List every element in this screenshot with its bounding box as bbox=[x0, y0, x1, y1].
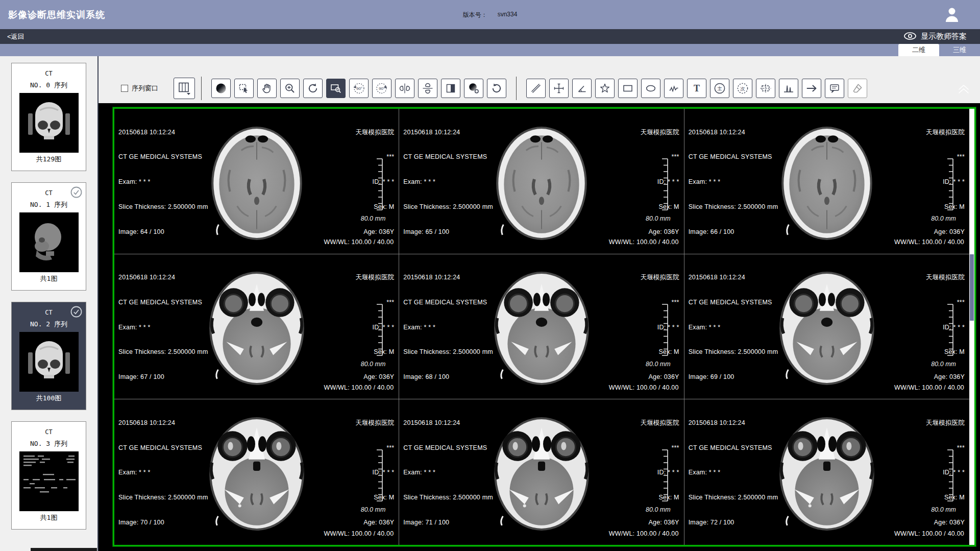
flip-vertical-button[interactable] bbox=[418, 79, 437, 98]
text-annotation-button[interactable]: T bbox=[687, 79, 706, 98]
show-teacher-answer-button[interactable]: 显示教师答案 bbox=[904, 32, 967, 41]
scale-ruler bbox=[946, 449, 954, 504]
viewer-cell-4[interactable]: 20150618 10:12:24 CT GE MEDICAL SYSTEMS … bbox=[399, 254, 684, 400]
exam-label: Exam: * * * bbox=[118, 468, 208, 476]
user-avatar-icon[interactable] bbox=[943, 6, 961, 26]
viewer-scrollbar[interactable] bbox=[969, 109, 974, 545]
app-title: 影像诊断思维实训系统 bbox=[8, 9, 105, 21]
cell-info-top-left: 20150618 10:12:24 CT GE MEDICAL SYSTEMS … bbox=[689, 402, 778, 543]
cell-info-top-left: 20150618 10:12:24 CT GE MEDICAL SYSTEMS … bbox=[118, 111, 208, 252]
roi-box-button[interactable] bbox=[756, 79, 775, 98]
roi-crosshair-icon bbox=[759, 82, 772, 95]
patient-sex-label: Sex: M bbox=[640, 348, 679, 356]
study-datetime: 20150618 10:12:24 bbox=[403, 273, 493, 281]
patient-age-label: Age: 036Y bbox=[926, 518, 965, 526]
hospital-name: 天堰模拟医院 bbox=[926, 128, 965, 136]
patient-age-label: Age: 036Y bbox=[355, 228, 394, 236]
ellipse-annotation-button[interactable] bbox=[641, 79, 660, 98]
viewer-cell-3[interactable]: 20150618 10:12:24 CT GE MEDICAL SYSTEMS … bbox=[114, 254, 399, 400]
rotate-left-90-button[interactable]: 90° bbox=[349, 79, 369, 98]
curve-annotation-button[interactable] bbox=[664, 79, 683, 98]
crosshair-button[interactable] bbox=[549, 79, 569, 98]
histogram-button[interactable] bbox=[779, 79, 798, 98]
arrow-annotation-button[interactable] bbox=[802, 79, 821, 98]
back-button[interactable]: <返回 bbox=[7, 32, 24, 41]
viewer-cell-8[interactable]: 20150618 10:12:24 CT GE MEDICAL SYSTEMS … bbox=[684, 399, 969, 545]
flip-horizontal-button[interactable] bbox=[395, 79, 414, 98]
angle-icon bbox=[576, 82, 588, 94]
slice-thickness-label: Slice Thickness: 2.500000 mm bbox=[118, 493, 208, 501]
toolbar-divider bbox=[201, 77, 202, 100]
viewer-cell-0[interactable]: 20150618 10:12:24 CT GE MEDICAL SYSTEMS … bbox=[114, 109, 399, 254]
measure-angle-button[interactable] bbox=[572, 79, 592, 98]
patient-age-label: Age: 036Y bbox=[640, 518, 679, 526]
tab-3d[interactable]: 三维 bbox=[939, 44, 980, 56]
scale-label: 80.0 mm bbox=[931, 506, 956, 513]
scale-ruler bbox=[946, 158, 954, 213]
flip-h-icon bbox=[399, 82, 411, 94]
series-thumbnail bbox=[19, 93, 79, 153]
layout-button[interactable] bbox=[174, 78, 195, 99]
patient-sex-label: Sex: M bbox=[926, 493, 965, 501]
ct-image bbox=[203, 414, 310, 536]
star-annotation-button[interactable] bbox=[595, 79, 615, 98]
region-zoom-button[interactable] bbox=[326, 79, 346, 98]
checkmark-icon bbox=[70, 186, 82, 198]
viewer-cell-5[interactable]: 20150618 10:12:24 CT GE MEDICAL SYSTEMS … bbox=[684, 254, 969, 400]
device-name: CT GE MEDICAL SYSTEMS bbox=[689, 153, 778, 161]
exam-label: Exam: * * * bbox=[403, 323, 493, 331]
series-card-3[interactable]: CT NO. 3 序列 共1图 bbox=[11, 421, 86, 530]
rotate-button[interactable] bbox=[303, 79, 323, 98]
series-window-checkbox[interactable]: 序列窗口 bbox=[121, 84, 158, 93]
reset-arrow-icon bbox=[491, 82, 503, 94]
checkbox-box[interactable] bbox=[121, 85, 128, 92]
scale-label: 80.0 mm bbox=[646, 506, 671, 513]
patient-name-masked: *** bbox=[355, 444, 394, 452]
select-cursor-icon bbox=[238, 82, 250, 94]
series-card-1[interactable]: CT NO. 1 序列 共1图 bbox=[11, 182, 86, 291]
collapse-toolbar-icon[interactable] bbox=[957, 84, 971, 96]
tab-2d[interactable]: 二维 bbox=[898, 44, 939, 56]
scale-ruler bbox=[946, 303, 954, 358]
rect-annotation-button[interactable] bbox=[618, 79, 638, 98]
viewer-cell-6[interactable]: 20150618 10:12:24 CT GE MEDICAL SYSTEMS … bbox=[114, 399, 399, 545]
viewer-cell-2[interactable]: 20150618 10:12:24 CT GE MEDICAL SYSTEMS … bbox=[684, 109, 969, 254]
sidebar-horizontal-scrollbar[interactable] bbox=[31, 548, 97, 551]
flip-v-icon bbox=[422, 82, 434, 94]
invert-button[interactable] bbox=[441, 79, 460, 98]
window-level-label: WW/WL: 100.00 / 40.00 bbox=[324, 530, 394, 538]
cell-info-top-right: 天堰模拟医院 *** ID: * * * Sex: M Age: 036Y bbox=[355, 402, 394, 543]
version-label: 版本号： bbox=[463, 11, 487, 19]
svg-text:次: 次 bbox=[740, 86, 745, 91]
select-button[interactable] bbox=[234, 79, 254, 98]
rotate-right-90-button[interactable]: 90° bbox=[372, 79, 391, 98]
measure-line-button[interactable] bbox=[526, 79, 546, 98]
reset-button[interactable] bbox=[487, 79, 506, 98]
hospital-name: 天堰模拟医院 bbox=[355, 128, 394, 136]
exam-label: Exam: * * * bbox=[118, 178, 208, 186]
pan-button[interactable] bbox=[257, 79, 277, 98]
series-card-2[interactable]: CT NO. 2 序列 共100图 bbox=[11, 302, 86, 410]
comment-button[interactable] bbox=[825, 79, 844, 98]
scale-label: 80.0 mm bbox=[646, 215, 671, 222]
svg-text:90°: 90° bbox=[379, 86, 385, 91]
series-card-0[interactable]: CT NO. 0 序列 共129图 bbox=[11, 63, 86, 171]
cell-info-top-right: 天堰模拟医院 *** ID: * * * Sex: M Age: 036Y bbox=[926, 257, 965, 398]
window-level-button[interactable] bbox=[211, 79, 231, 98]
circle-label-icon: 主 bbox=[713, 82, 726, 95]
marker-secondary-button[interactable]: 次 bbox=[733, 79, 752, 98]
viewer-cell-1[interactable]: 20150618 10:12:24 CT GE MEDICAL SYSTEMS … bbox=[399, 109, 684, 254]
series-name: NO. 1 序列 bbox=[12, 200, 86, 209]
cell-info-top-right: 天堰模拟医院 *** ID: * * * Sex: M Age: 036Y bbox=[355, 111, 394, 252]
viewer-scrollbar-thumb[interactable] bbox=[970, 254, 974, 321]
scale-label: 80.0 mm bbox=[931, 215, 956, 222]
patient-id-label: ID: * * * bbox=[640, 468, 679, 476]
marker-main-button[interactable]: 主 bbox=[710, 79, 729, 98]
series-thumbnail bbox=[19, 212, 79, 272]
version-value: svn334 bbox=[498, 11, 518, 19]
window-preset-button[interactable] bbox=[464, 79, 483, 98]
zoom-in-button[interactable] bbox=[280, 79, 300, 98]
window-level-label: WW/WL: 100.00 / 40.00 bbox=[609, 384, 679, 392]
patient-age-label: Age: 036Y bbox=[355, 373, 394, 381]
viewer-cell-7[interactable]: 20150618 10:12:24 CT GE MEDICAL SYSTEMS … bbox=[399, 399, 684, 545]
